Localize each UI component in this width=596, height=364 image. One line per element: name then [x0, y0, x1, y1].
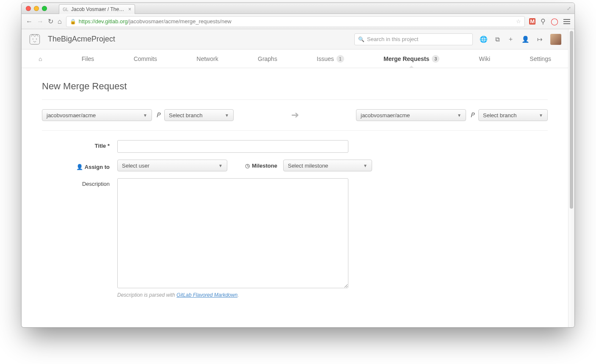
- avatar[interactable]: [550, 34, 561, 45]
- search-placeholder: Search in this project: [367, 36, 418, 42]
- nav-forward-icon: →: [37, 18, 44, 25]
- adblock-ext-icon[interactable]: ◯: [551, 18, 558, 25]
- nav-issues-label: Issues: [317, 55, 334, 62]
- source-branch-select[interactable]: Select branch ▼: [164, 109, 234, 121]
- gitlab-logo-icon[interactable]: [28, 33, 41, 46]
- window-zoom-icon[interactable]: [42, 6, 47, 11]
- tab-favicon: GL: [63, 7, 69, 12]
- copy-icon[interactable]: ⧉: [495, 36, 500, 43]
- milestone-label-text: Milestone: [252, 163, 277, 169]
- nav-commits[interactable]: Commits: [134, 50, 157, 68]
- tab-title: Jacob Vosmaer / TheBigAc: [71, 6, 126, 12]
- clock-icon: ◷: [245, 163, 250, 169]
- milestone-label: ◷ Milestone: [245, 163, 277, 169]
- address-bar[interactable]: 🔒 https://dev.gitlab.org/jacobvosmaer/ac…: [66, 16, 525, 27]
- new-icon[interactable]: ＋: [508, 35, 514, 43]
- title-label: Title *: [42, 140, 117, 149]
- svg-rect-0: [30, 34, 39, 44]
- person-icon: 👤: [76, 164, 83, 170]
- arrow-right-icon: ➔: [238, 110, 352, 121]
- git-branch-icon: ꓑ: [156, 111, 160, 119]
- description-label: Description: [42, 178, 117, 187]
- window-close-icon[interactable]: [26, 6, 31, 11]
- branch-selector-row: jacobvosmaer/acme ▼ ꓑ Select branch ▼ ➔ …: [42, 100, 548, 131]
- nav-commits-label: Commits: [134, 55, 157, 62]
- key-ext-icon[interactable]: ⚲: [541, 18, 546, 25]
- nav-wiki[interactable]: Wiki: [479, 50, 490, 68]
- chevron-down-icon: ▼: [457, 113, 461, 118]
- chevron-down-icon: ▼: [218, 163, 223, 168]
- signout-icon[interactable]: ↦: [537, 36, 543, 43]
- description-hint: Description is parsed with GitLab Flavor…: [117, 292, 348, 298]
- url-scheme: https://: [79, 18, 95, 25]
- target-project-select[interactable]: jacobvosmaer/acme ▼: [356, 109, 466, 121]
- nav-graphs-label: Graphs: [258, 55, 277, 62]
- gfm-link[interactable]: GitLab Flavored Markdown: [177, 292, 237, 298]
- git-branch-icon: ꓑ: [470, 111, 474, 119]
- nav-files[interactable]: Files: [82, 50, 94, 68]
- target-project-value: jacobvosmaer/acme: [361, 112, 410, 119]
- nav-network[interactable]: Network: [196, 50, 218, 68]
- mr-badge: 3: [432, 55, 439, 63]
- chevron-down-icon: ▼: [539, 113, 543, 118]
- user-icon[interactable]: 👤: [522, 36, 530, 43]
- url-host: dev.gitlab.org: [95, 18, 128, 25]
- svg-point-1: [33, 39, 33, 39]
- browser-menu-icon[interactable]: [563, 19, 570, 24]
- page-viewport: TheBigAcmeProject 🔍 Search in this proje…: [22, 29, 568, 327]
- nav-settings-label: Settings: [530, 55, 551, 62]
- nav-network-label: Network: [196, 55, 218, 62]
- target-branch-select[interactable]: Select branch ▼: [478, 109, 548, 121]
- bookmark-star-icon[interactable]: ☆: [516, 18, 521, 25]
- nav-settings[interactable]: Settings: [530, 50, 551, 68]
- assign-label-text: Assign to: [85, 164, 110, 170]
- mac-titlebar: GL Jacob Vosmaer / TheBigAc × ⤢: [22, 3, 574, 14]
- nav-graphs[interactable]: Graphs: [258, 50, 277, 68]
- lock-icon: 🔒: [70, 19, 76, 25]
- search-icon: 🔍: [358, 36, 364, 42]
- public-icon[interactable]: 🌐: [480, 36, 488, 43]
- title-input[interactable]: [117, 140, 348, 153]
- nav-issues[interactable]: Issues 1: [317, 50, 344, 68]
- window-minimize-icon[interactable]: [34, 6, 39, 11]
- nav-merge-requests[interactable]: Merge Requests 3: [384, 50, 439, 68]
- source-project-value: jacobvosmaer/acme: [47, 112, 96, 119]
- source-project-select[interactable]: jacobvosmaer/acme ▼: [42, 109, 152, 121]
- nav-mr-label: Merge Requests: [384, 55, 429, 62]
- issues-badge: 1: [337, 55, 344, 63]
- svg-point-2: [36, 39, 37, 39]
- app-header: TheBigAcmeProject 🔍 Search in this proje…: [22, 29, 568, 50]
- gmail-ext-icon[interactable]: M: [529, 18, 535, 25]
- browser-tab[interactable]: GL Jacob Vosmaer / TheBigAc ×: [59, 4, 135, 14]
- nav-home[interactable]: ⌂: [39, 50, 42, 68]
- nav-wiki-label: Wiki: [479, 55, 490, 62]
- project-nav: ⌂ Files Commits Network Graphs Issues 1 …: [22, 50, 568, 68]
- hint-suffix: .: [237, 292, 239, 298]
- nav-files-label: Files: [82, 55, 94, 62]
- nav-back-icon[interactable]: ←: [26, 18, 33, 25]
- source-branch-value: Select branch: [169, 112, 203, 119]
- assign-label: 👤Assign to: [42, 161, 117, 170]
- nav-home-icon[interactable]: ⌂: [58, 18, 62, 25]
- url-text: https://dev.gitlab.org/jacobvosmaer/acme…: [79, 18, 232, 25]
- tab-close-icon[interactable]: ×: [128, 6, 131, 12]
- milestone-select[interactable]: Select milestone ▼: [283, 160, 372, 171]
- assignee-value: Select user: [122, 163, 149, 169]
- vertical-scrollbar[interactable]: [568, 29, 574, 327]
- project-search-input[interactable]: 🔍 Search in this project: [354, 33, 473, 45]
- chevron-down-icon: ▼: [225, 113, 229, 118]
- chevron-down-icon: ▼: [143, 113, 147, 118]
- fullscreen-icon[interactable]: ⤢: [567, 6, 571, 11]
- page-title: New Merge Request: [42, 77, 548, 100]
- milestone-value: Select milestone: [288, 163, 328, 169]
- scrollbar-thumb[interactable]: [570, 31, 573, 209]
- description-textarea[interactable]: [117, 178, 348, 288]
- browser-toolbar: ← → ↻ ⌂ 🔒 https://dev.gitlab.org/jacobvo…: [22, 14, 574, 29]
- hint-prefix: Description is parsed with: [117, 292, 177, 298]
- target-branch-value: Select branch: [483, 112, 517, 119]
- nav-reload-icon[interactable]: ↻: [48, 18, 53, 25]
- project-name[interactable]: TheBigAcmeProject: [48, 35, 115, 44]
- chevron-down-icon: ▼: [363, 163, 367, 168]
- assignee-select[interactable]: Select user ▼: [117, 160, 227, 171]
- url-path: /jacobvosmaer/acme/merge_requests/new: [128, 18, 232, 25]
